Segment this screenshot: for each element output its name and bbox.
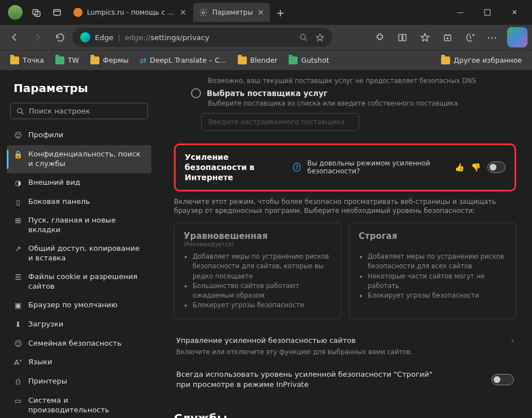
bookmark-item[interactable]: Blender	[233, 54, 282, 67]
back-button[interactable]	[5, 27, 25, 47]
search-icon	[16, 107, 24, 115]
menu-button[interactable]: ⋯	[482, 27, 503, 47]
settings-search[interactable]: Поиск настроек	[10, 103, 148, 119]
minimize-button[interactable]: —	[447, 1, 473, 24]
brand-label: Edge	[95, 33, 114, 42]
bookmark-item[interactable]: TW	[51, 54, 84, 67]
manage-security-desc: Включите или отключите эту функцию для в…	[176, 348, 516, 356]
copilot-button[interactable]	[507, 27, 527, 47]
titlebar: Lumpics.ru - помощь с компьют ✕ Параметр…	[0, 0, 532, 25]
tab-label: Параметры	[212, 8, 253, 16]
close-button[interactable]: ✕	[502, 1, 527, 24]
extensions-button[interactable]	[369, 27, 390, 47]
collections-button[interactable]	[437, 27, 457, 47]
tab-settings[interactable]: Параметры ✕	[193, 3, 270, 22]
workspaces-icon[interactable]	[27, 3, 46, 22]
gear-icon	[199, 8, 208, 17]
enhanced-security-toggle[interactable]	[487, 162, 505, 173]
bookmark-item[interactable]: Фермы	[86, 54, 133, 67]
bookmark-item[interactable]: ⇄DeepL Translate – C...	[136, 54, 231, 67]
bookmark-item[interactable]: Gutshot	[284, 54, 334, 67]
forward-button	[27, 27, 47, 47]
url-prefix: edge://	[125, 33, 151, 42]
services-heading: Службы	[174, 411, 516, 418]
svg-point-3	[202, 11, 204, 14]
sidebar-item-start[interactable]: ⊞Пуск, главная и новые вкладки	[7, 211, 151, 240]
enhanced-security-title: Усиление безопасности в Интернете	[185, 152, 286, 183]
sidebar-item-profiles[interactable]: ☺Профили	[7, 126, 151, 145]
favorites-button[interactable]	[415, 27, 435, 47]
other-bookmarks[interactable]: Другое избранное	[437, 54, 526, 67]
sidebar-item-system[interactable]: ▭Система и производительность	[7, 391, 151, 418]
mode-strict[interactable]: Строгая Добавляет меры по устранению рис…	[349, 223, 516, 319]
svg-point-9	[18, 108, 22, 112]
profile-avatar[interactable]	[8, 5, 23, 20]
chevron-right-icon: ›	[511, 336, 514, 345]
tab-label: Lumpics.ru - помощь с компьют	[87, 8, 175, 16]
enhanced-security-desc: Включите этот режим, чтобы более безопас…	[174, 197, 516, 216]
performance-button[interactable]	[460, 27, 480, 47]
inprivate-strict-row: Всегда использовать уровень усиленной бе…	[174, 364, 516, 395]
security-modes: Уравновешенная (Рекомендуется) Добавляет…	[174, 223, 516, 319]
radio-icon	[191, 88, 201, 98]
sidebar-item-appearance[interactable]: ◑Внешний вид	[7, 173, 151, 193]
maximize-button[interactable]	[474, 1, 500, 24]
close-icon[interactable]: ✕	[258, 8, 264, 17]
tab-actions-icon[interactable]	[47, 3, 67, 22]
tab-lumpics[interactable]: Lumpics.ru - помощь с компьют ✕	[68, 3, 192, 22]
sidebar-item-downloads[interactable]: ⬇Загрузки	[7, 315, 151, 334]
dns-radio-desc: Выберите поставщика из списка или введит…	[208, 99, 516, 107]
sidebar-item-share[interactable]: ↗Общий доступ, копирование и вставка	[7, 240, 151, 268]
feedback-question: Вы довольны режимом усиленной безопаснос…	[307, 159, 448, 175]
inprivate-strict-toggle[interactable]	[491, 374, 514, 385]
thumbs-up-icon[interactable]: 👍	[455, 163, 464, 172]
sidebar-title: Параметры	[14, 81, 145, 95]
bookmark-item[interactable]: Точка	[6, 54, 49, 67]
close-icon[interactable]: ✕	[180, 8, 186, 17]
dns-provider-input: Введите настраиваемого поставщика	[201, 113, 359, 131]
sidebar-item-privacy[interactable]: 🔒Конфиденциальность, поиск и службы	[7, 145, 151, 173]
url-path: settings/privacy	[151, 33, 210, 42]
toolbar: Edge | edge://settings/privacy ⋯	[0, 25, 532, 50]
sidebar-item-default[interactable]: ▣Браузер по умолчанию	[7, 296, 151, 315]
svg-rect-2	[54, 10, 60, 15]
svg-rect-7	[403, 34, 406, 40]
svg-point-5	[300, 34, 306, 39]
thumbs-down-icon[interactable]: 👎	[471, 163, 481, 172]
sidebar-item-family[interactable]: ☺Семейная безопасность	[7, 334, 151, 354]
mode-balanced[interactable]: Уравновешенная (Рекомендуется) Добавляет…	[174, 223, 341, 319]
enhanced-security-header: Усиление безопасности в Интернете ? Вы д…	[174, 143, 516, 191]
search-icon[interactable]	[299, 33, 308, 42]
edge-logo-icon	[80, 32, 90, 42]
sidebar-item-cookies[interactable]: ☰Файлы cookie и разрешения сайтов	[7, 268, 151, 296]
settings-sidebar: Параметры Поиск настроек ☺Профили 🔒Конфи…	[0, 70, 158, 418]
refresh-button[interactable]	[50, 27, 70, 47]
svg-rect-6	[399, 34, 402, 40]
bookmarks-bar: Точка TW Фермы ⇄DeepL Translate – C... B…	[0, 50, 532, 70]
info-icon[interactable]: ?	[293, 163, 300, 172]
favorite-icon[interactable]	[316, 33, 324, 42]
dns-current-desc: Возможно, ваш текущий поставщик услуг не…	[208, 77, 516, 85]
split-screen-button[interactable]	[392, 27, 412, 47]
svg-rect-4	[485, 10, 490, 15]
new-tab-button[interactable]: +	[271, 3, 290, 22]
sidebar-item-sidebar[interactable]: ▯Боковая панель	[7, 193, 151, 212]
settings-content: Возможно, ваш текущий поставщик услуг не…	[158, 70, 532, 418]
search-placeholder: Поиск настроек	[29, 107, 90, 115]
sidebar-item-printers[interactable]: ⎙Принтеры	[7, 372, 151, 391]
dns-radio-custom[interactable]: Выбрать поставщика услуг	[191, 88, 516, 98]
address-bar[interactable]: Edge | edge://settings/privacy	[72, 28, 332, 47]
sidebar-item-languages[interactable]: AᵀЯзыки	[7, 353, 151, 372]
